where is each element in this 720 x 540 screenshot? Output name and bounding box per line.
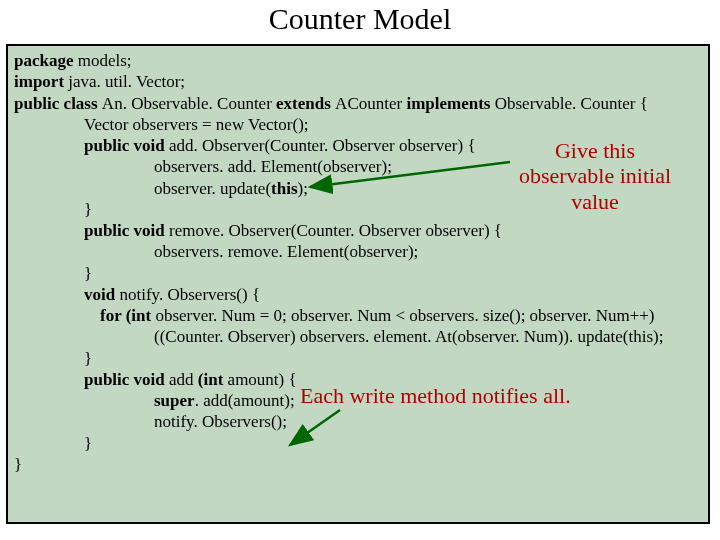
- code-line: import java. util. Vector;: [14, 71, 702, 92]
- code-line: for (int observer. Num = 0; observer. Nu…: [100, 305, 702, 326]
- annotation-give-initial: Give this observable initial value: [500, 138, 690, 214]
- code-line: notify. Observers();: [154, 411, 702, 432]
- code-line: observers. remove. Element(observer);: [154, 241, 702, 262]
- code-line: package models;: [14, 50, 702, 71]
- code-line: }: [84, 263, 702, 284]
- code-line: void notify. Observers() {: [84, 284, 702, 305]
- code-line: public void remove. Observer(Counter. Ob…: [84, 220, 702, 241]
- code-line: Vector observers = new Vector();: [84, 114, 702, 135]
- code-line: ((Counter. Observer) observers. element.…: [154, 326, 702, 347]
- code-line: }: [84, 348, 702, 369]
- slide-title: Counter Model: [0, 2, 720, 36]
- code-line: public class An. Observable. Counter ext…: [14, 93, 702, 114]
- code-line: }: [14, 454, 702, 475]
- annotation-each-write: Each write method notifies all.: [300, 383, 571, 408]
- code-line: }: [84, 433, 702, 454]
- code-panel: package models; import java. util. Vecto…: [6, 44, 710, 524]
